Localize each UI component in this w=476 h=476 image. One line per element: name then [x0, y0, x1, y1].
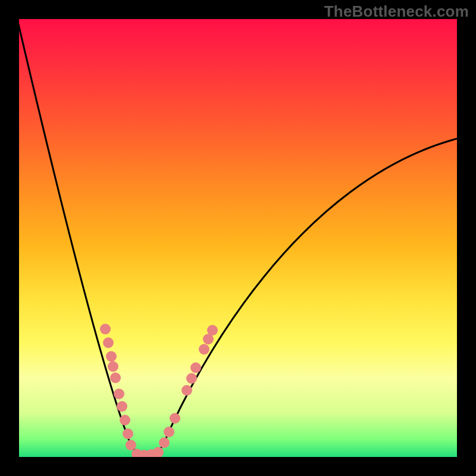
data-marker: [207, 325, 218, 336]
data-marker: [123, 428, 133, 439]
bottleneck-curve: [19, 19, 457, 457]
data-marker: [159, 437, 170, 448]
data-marker: [100, 324, 111, 334]
curve-path: [19, 19, 457, 454]
data-marker: [103, 337, 114, 348]
chart-frame: TheBottleneck.com: [0, 0, 476, 476]
data-marker: [117, 401, 127, 412]
data-marker: [186, 373, 197, 384]
data-marker: [199, 344, 209, 355]
data-marker: [114, 389, 124, 399]
data-marker: [164, 427, 174, 437]
plot-area: [19, 19, 457, 457]
data-marker: [170, 413, 180, 424]
data-marker: [190, 362, 201, 373]
data-marker: [181, 385, 192, 396]
data-marker: [106, 351, 117, 362]
data-marker: [110, 372, 121, 383]
data-marker: [153, 447, 164, 457]
data-marker: [120, 415, 130, 425]
data-marker: [108, 361, 118, 372]
watermark-text: TheBottleneck.com: [324, 2, 469, 21]
